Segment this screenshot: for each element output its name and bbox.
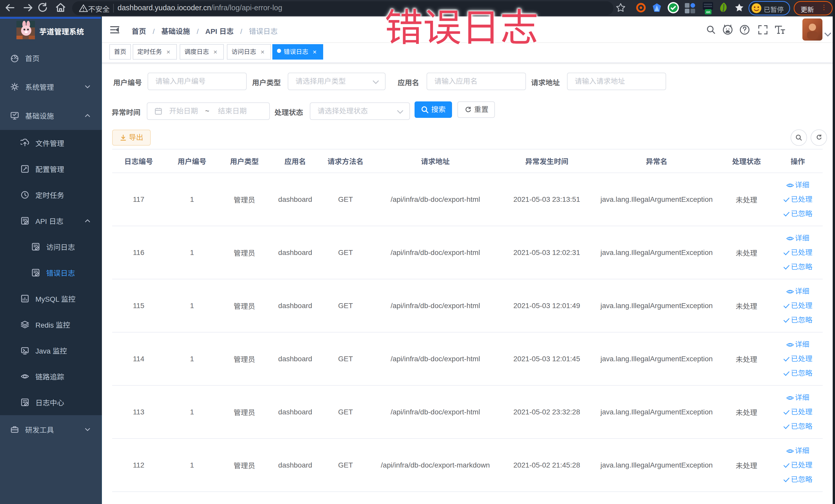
svg-text:on: on	[706, 10, 710, 14]
